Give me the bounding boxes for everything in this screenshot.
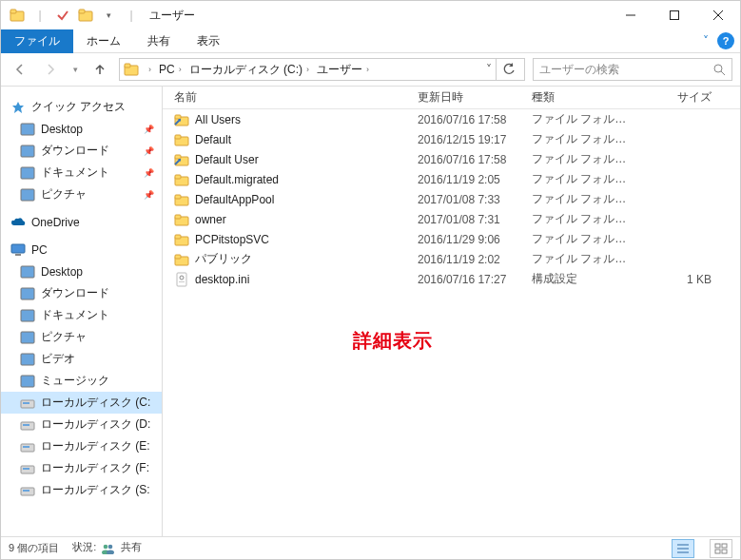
tab-file[interactable]: ファイル (1, 29, 73, 53)
svg-rect-32 (23, 468, 29, 470)
qat-divider: | (29, 5, 50, 26)
col-type[interactable]: 種類 (524, 89, 638, 106)
svg-rect-22 (21, 332, 34, 343)
svg-rect-48 (175, 215, 181, 219)
table-row[interactable]: owner2017/01/08 7:31ファイル フォルダー (163, 209, 740, 229)
row-icon (174, 232, 189, 247)
svg-rect-9 (125, 64, 130, 68)
nav-quick-item[interactable]: ピクチャ📌 (1, 183, 162, 205)
up-button[interactable] (88, 58, 111, 81)
breadcrumb-pc[interactable]: PC› (155, 61, 185, 78)
item-count: 9 個の項目 (9, 541, 59, 555)
nav-pc[interactable]: PC (1, 239, 162, 261)
file-rows[interactable]: 詳細表示 All Users2016/07/16 17:58ファイル フォルダー… (163, 109, 740, 536)
col-date[interactable]: 更新日時 (410, 89, 524, 106)
col-name[interactable]: 名前 (163, 89, 410, 106)
disk-icon (20, 483, 35, 498)
disk-icon (20, 396, 35, 411)
svg-rect-30 (23, 446, 29, 448)
nav-quick-item[interactable]: Desktop📌 (1, 118, 162, 140)
table-row[interactable]: DefaultAppPool2017/01/08 7:33ファイル フォルダー (163, 189, 740, 209)
svg-rect-23 (21, 354, 34, 365)
table-row[interactable]: PCPitstopSVC2016/11/29 9:06ファイル フォルダー (163, 229, 740, 249)
address-bar[interactable]: › PC› ローカルディスク (C:)› ユーザー› ˅ (119, 58, 525, 81)
row-icon (174, 132, 189, 147)
nav-onedrive[interactable]: OneDrive (1, 211, 162, 233)
svg-rect-15 (21, 167, 34, 179)
svg-rect-66 (722, 550, 727, 553)
navigation-pane[interactable]: クイック アクセス Desktop📌ダウンロード📌ドキュメント📌ピクチャ📌 On… (1, 87, 163, 536)
svg-rect-21 (21, 310, 34, 321)
svg-rect-26 (23, 402, 29, 404)
table-row[interactable]: Default2016/12/15 19:17ファイル フォルダー (163, 129, 740, 149)
svg-rect-36 (175, 115, 181, 119)
svg-rect-19 (21, 266, 34, 278)
folder-icon (20, 374, 35, 389)
nav-pc-item[interactable]: ミュージック (1, 370, 162, 392)
qat-divider: | (121, 5, 142, 26)
nav-pc-item[interactable]: ローカルディスク (D: (1, 414, 162, 435)
minimize-button[interactable] (609, 1, 653, 29)
properties-check-icon[interactable] (52, 5, 73, 26)
nav-pc-item[interactable]: ローカルディスク (C: (1, 392, 162, 414)
qat-dropdown-icon[interactable]: ▾ (98, 5, 119, 26)
help-button[interactable]: ? (717, 32, 734, 49)
svg-rect-18 (15, 254, 21, 256)
svg-point-57 (108, 544, 113, 549)
folder-icon (20, 144, 35, 159)
back-button[interactable] (9, 58, 31, 81)
star-icon (10, 100, 26, 115)
forward-button[interactable] (39, 58, 62, 81)
col-size[interactable]: サイズ (638, 89, 740, 106)
disk-icon (20, 417, 35, 433)
tab-home[interactable]: ホーム (73, 29, 134, 53)
row-icon (174, 212, 189, 227)
ribbon-expand-icon[interactable]: ˅ (698, 34, 713, 48)
close-button[interactable] (696, 1, 740, 29)
folder-small-icon[interactable] (75, 5, 96, 26)
nav-quick-access[interactable]: クイック アクセス (1, 96, 162, 118)
ribbon-tabs: ファイル ホーム 共有 表示 ˅ ? (1, 29, 740, 53)
nav-pc-item[interactable]: ドキュメント (1, 304, 162, 326)
status-state: 状況: 共有 (72, 540, 142, 555)
svg-rect-65 (715, 550, 720, 553)
svg-rect-28 (23, 424, 29, 426)
folder-icon (20, 264, 35, 280)
svg-rect-3 (79, 10, 85, 13)
breadcrumb-drive[interactable]: ローカルディスク (C:)› (185, 60, 313, 80)
nav-pc-item[interactable]: ビデオ (1, 348, 162, 370)
nav-pc-item[interactable]: ローカルディスク (S: (1, 479, 162, 501)
breadcrumb-sep[interactable]: › (145, 63, 155, 76)
nav-pc-item[interactable]: ローカルディスク (E: (1, 435, 162, 457)
tab-view[interactable]: 表示 (184, 29, 233, 53)
nav-quick-item[interactable]: ドキュメント📌 (1, 162, 162, 183)
table-row[interactable]: パブリック2016/11/19 2:02ファイル フォルダー (163, 249, 740, 269)
address-dropdown-icon[interactable]: ˅ (482, 63, 496, 76)
table-row[interactable]: All Users2016/07/16 17:58ファイル フォルダー (163, 109, 740, 129)
svg-rect-41 (175, 155, 181, 159)
svg-rect-1 (10, 10, 16, 13)
maximize-button[interactable] (653, 1, 696, 29)
disk-icon (20, 439, 35, 454)
table-row[interactable]: Default User2016/07/16 17:58ファイル フォルダー (163, 149, 740, 169)
svg-rect-63 (715, 544, 720, 548)
recent-dropdown-icon[interactable]: ▾ (69, 58, 81, 81)
annotation-label: 詳細表示 (353, 328, 433, 354)
svg-rect-13 (21, 124, 34, 135)
nav-pc-item[interactable]: ダウンロード (1, 282, 162, 304)
breadcrumb-users[interactable]: ユーザー› (313, 60, 373, 80)
nav-quick-item[interactable]: ダウンロード📌 (1, 140, 162, 162)
search-input[interactable]: ユーザーの検索 (533, 58, 732, 81)
svg-rect-16 (21, 189, 34, 201)
refresh-button[interactable] (496, 58, 520, 81)
nav-pc-item[interactable]: ローカルディスク (F: (1, 457, 162, 479)
pin-icon: 📌 (144, 125, 154, 134)
details-view-button[interactable] (672, 539, 694, 558)
icons-view-button[interactable] (710, 539, 732, 558)
tab-share[interactable]: 共有 (134, 29, 184, 53)
table-row[interactable]: desktop.ini2016/07/16 17:27構成設定1 KB (163, 269, 740, 289)
table-row[interactable]: Default.migrated2016/11/19 2:05ファイル フォルダ… (163, 169, 740, 189)
svg-rect-34 (23, 490, 29, 492)
nav-pc-item[interactable]: Desktop (1, 261, 162, 282)
nav-pc-item[interactable]: ピクチャ (1, 326, 162, 348)
